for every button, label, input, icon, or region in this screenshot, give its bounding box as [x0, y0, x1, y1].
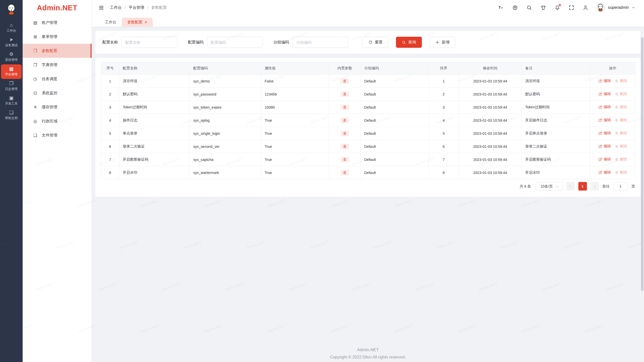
cell-code: sys_single_login	[190, 127, 261, 140]
sidebar-item-任务调度[interactable]: ◷任务调度	[23, 72, 92, 86]
filter-input-配置编码[interactable]	[207, 37, 263, 48]
delete-button[interactable]: 删除	[615, 170, 627, 175]
delete-button[interactable]: 删除	[615, 144, 627, 149]
sidebar-item-行政区域[interactable]: ◎行政区域	[23, 114, 92, 128]
column-header-修改时间: 修改时间	[459, 62, 522, 75]
column-header-备注: 备注	[522, 62, 590, 75]
edit-button[interactable]: 编辑	[598, 78, 611, 83]
delete-icon	[615, 105, 619, 109]
edit-button[interactable]: 编辑	[598, 170, 611, 175]
cell-time: 2023-01-03 10:59:44	[459, 88, 522, 101]
refresh-icon	[368, 40, 373, 44]
cell-actions: 编辑删除	[590, 88, 635, 101]
edit-button[interactable]: 编辑	[598, 144, 611, 149]
edit-button[interactable]: 编辑	[598, 157, 611, 162]
rail-item-开发工具[interactable]: ▣开发工具	[1, 94, 22, 108]
query-button[interactable]: 查询	[396, 37, 422, 48]
notification-icon[interactable]	[553, 4, 561, 11]
rail-item-工作台[interactable]: ⌂工作台	[1, 21, 22, 35]
delete-button[interactable]: 删除	[615, 92, 627, 96]
sidebar-item-系统监控[interactable]: ⊡系统监控	[23, 86, 92, 100]
next-page-button[interactable]	[590, 182, 599, 191]
search-icon[interactable]	[525, 4, 533, 11]
page-size-select[interactable]: 10条/页	[536, 182, 563, 191]
rail-item-label: 平台管理	[5, 72, 18, 77]
sidebar-item-缓存管理[interactable]: ✳缓存管理	[23, 100, 92, 114]
cell-time: 2023-01-03 10:59:44	[459, 114, 522, 127]
edit-button[interactable]: 编辑	[598, 92, 611, 96]
page-number-1[interactable]: 1	[578, 182, 587, 191]
filter-input-配置名称[interactable]	[122, 37, 177, 48]
sidebar-item-参数配置[interactable]: ❐参数配置	[23, 44, 92, 58]
edit-button[interactable]: 编辑	[598, 118, 611, 122]
sidebar-item-label: 任务调度	[42, 76, 57, 82]
app-root: ⌂工作台➤业务测试⚙系统管理▦平台管理❐日志管理▣开发工具❏帮助文档 Admin…	[0, 0, 644, 362]
search-icon	[526, 5, 532, 11]
cell-time: 2023-01-03 10:59:44	[459, 153, 522, 166]
cell-builtin: 是	[329, 101, 361, 114]
config-icon: ❐	[33, 48, 38, 54]
cell-sort: 8	[429, 166, 459, 179]
sidebar-item-文件管理[interactable]: ❑文件管理	[23, 128, 92, 142]
breadcrumb-item[interactable]: 工作台	[110, 5, 122, 10]
rail-item-业务测试[interactable]: ➤业务测试	[1, 35, 22, 50]
cell-remark: 演示环境	[522, 75, 590, 88]
cell-builtin: 是	[329, 114, 361, 127]
search-icon	[402, 40, 406, 44]
fullscreen-icon	[569, 5, 574, 11]
rail-nav: ⌂工作台➤业务测试⚙系统管理▦平台管理❐日志管理▣开发工具❏帮助文档	[0, 21, 23, 123]
person-icon[interactable]	[582, 4, 589, 11]
add-button[interactable]: 新增	[429, 37, 455, 48]
font-size-icon[interactable]: TT	[497, 4, 505, 11]
sidebar-item-菜单管理[interactable]: ⊞菜单管理	[23, 30, 92, 44]
user-menu[interactable]: superadmin	[596, 3, 635, 12]
topbar-icons: TT	[497, 4, 589, 11]
cell-builtin: 是	[329, 153, 361, 166]
language-icon[interactable]	[511, 4, 519, 11]
delete-button[interactable]: 删除	[615, 157, 627, 162]
rail-item-日志管理[interactable]: ❐日志管理	[1, 79, 22, 94]
topbar-right: TT superadmin	[497, 3, 635, 12]
cell-value: True	[261, 127, 329, 140]
rail-item-平台管理[interactable]: ▦平台管理	[1, 64, 22, 79]
data-table-card: 序号配置名称配置编码属性值内置参数分组编码排序修改时间备注操作 1演示环境sys…	[95, 58, 640, 197]
edit-label: 编辑	[604, 170, 611, 175]
sidebar-item-租户管理[interactable]: ▤租户管理	[23, 16, 92, 30]
cell-group: Default	[361, 127, 429, 140]
person-icon	[583, 5, 588, 11]
tab-工作台[interactable]: 工作台	[99, 18, 122, 27]
prev-page-button[interactable]	[566, 182, 575, 191]
delete-button[interactable]: 删除	[615, 105, 627, 109]
filter-input-分组编码[interactable]	[293, 37, 348, 48]
avatar[interactable]	[596, 3, 605, 12]
cell-actions: 编辑删除	[590, 140, 635, 153]
column-header-属性值: 属性值	[261, 62, 329, 75]
send-icon: ➤	[9, 37, 13, 42]
delete-label: 删除	[620, 92, 627, 96]
breadcrumb-item[interactable]: 平台管理	[129, 5, 144, 10]
theme-icon[interactable]	[539, 4, 547, 11]
delete-button[interactable]: 删除	[615, 78, 627, 83]
delete-button[interactable]: 删除	[615, 131, 627, 135]
cell-name: 演示环境	[119, 75, 190, 88]
builtin-badge: 是	[341, 78, 349, 84]
delete-button[interactable]: 删除	[615, 118, 627, 122]
cell-remark: 开启操作日志	[522, 114, 590, 127]
close-icon[interactable]: ×	[145, 20, 147, 24]
edit-button[interactable]: 编辑	[598, 131, 611, 135]
menu-collapse-icon[interactable]	[97, 4, 105, 11]
tab-label: 工作台	[105, 20, 116, 25]
sidebar-item-字典管理[interactable]: ❒字典管理	[23, 58, 92, 72]
fullscreen-icon[interactable]	[568, 4, 575, 11]
edit-button[interactable]: 编辑	[598, 105, 611, 109]
reset-button[interactable]: 重置	[363, 37, 388, 48]
rail-item-帮助文档[interactable]: ❏帮助文档	[1, 108, 22, 123]
rail-item-系统管理[interactable]: ⚙系统管理	[1, 50, 22, 64]
cell-value: True	[261, 166, 329, 179]
scrollbar-thumb[interactable]	[641, 37, 643, 291]
tab-参数配置[interactable]: 参数配置×	[122, 18, 153, 27]
delete-label: 删除	[620, 144, 627, 149]
column-header-分组编码: 分组编码	[361, 62, 429, 75]
delete-icon	[615, 170, 619, 174]
goto-page-input[interactable]	[613, 182, 628, 191]
